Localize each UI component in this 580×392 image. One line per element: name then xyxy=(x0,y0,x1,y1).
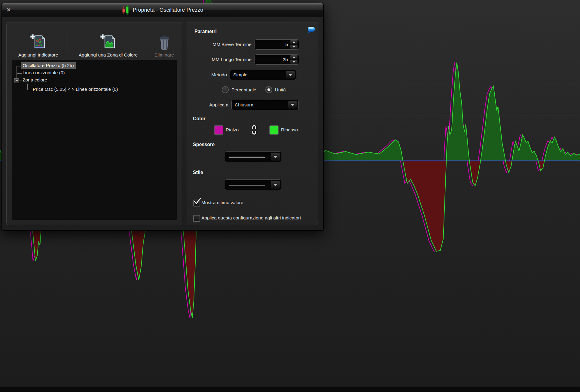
delete-label: Eliminare xyxy=(154,52,174,58)
help-bubble-icon[interactable] xyxy=(307,26,316,34)
delete-button[interactable]: Eliminare xyxy=(148,28,180,58)
radio-unita-label: Unità xyxy=(275,87,286,93)
checkbox-mostra-ultimo-valore[interactable] xyxy=(193,200,200,207)
toolbar-separator xyxy=(147,31,147,52)
ribasso-color-swatch[interactable] xyxy=(269,125,279,135)
chevron-down-icon xyxy=(291,104,295,106)
mostra-ultimo-valore-label: Mostra ultimo valore xyxy=(201,199,243,206)
tree-item-price-osc-rule[interactable]: Price Osc (5,25) < > Linea orizzontale (… xyxy=(31,86,120,93)
add-indicator-label: Aggiungi Indicatore xyxy=(18,52,58,58)
mm-long-spin-up[interactable] xyxy=(290,55,298,59)
tree-item-linea-orizzontale[interactable]: Linea orizzontale (0) xyxy=(21,69,66,76)
style-line-sample xyxy=(229,185,265,185)
trash-icon xyxy=(157,35,171,50)
indicator-tree: − Oscillatore Prezzo (5 25) Linea orizzo… xyxy=(12,60,177,220)
method-dropdown[interactable]: Simple xyxy=(230,70,296,80)
style-dropdown[interactable] xyxy=(225,179,281,190)
rialzo-color-swatch[interactable] xyxy=(214,125,223,135)
mm-long-spin-down[interactable] xyxy=(290,60,298,64)
chevron-down-icon xyxy=(273,156,277,158)
method-label: Metodo xyxy=(187,70,227,80)
mm-short-input[interactable]: 5 xyxy=(255,39,299,50)
mm-short-spin-down[interactable] xyxy=(290,45,298,49)
checkbox-applica-configurazione[interactable] xyxy=(193,215,200,222)
thickness-dropdown-arrow[interactable] xyxy=(270,153,280,161)
chevron-down-icon xyxy=(288,74,292,76)
mm-short-label: MM Breve Termine xyxy=(187,40,252,49)
color-section-title: Color xyxy=(193,116,206,121)
radio-unita[interactable] xyxy=(265,86,272,93)
candlestick-icon xyxy=(122,5,130,16)
tree-item-oscillatore[interactable]: Oscillatore Prezzo (5 25) xyxy=(21,62,76,69)
screen: { "window": { "title": "Proprietà - Osci… xyxy=(0,0,580,392)
apply-to-dropdown-arrow[interactable] xyxy=(288,101,298,109)
mm-long-label: MM Lungo Termine xyxy=(187,55,252,64)
thickness-section-title: Spessore xyxy=(193,142,215,147)
thickness-line-sample xyxy=(229,157,265,158)
toolbar-separator xyxy=(68,31,68,52)
style-dropdown-arrow[interactable] xyxy=(270,181,280,189)
parameters-panel: Parametri MM Breve Termine 5 MM Lungo Te… xyxy=(187,22,318,225)
indicator-list-panel: Aggiungi Indicatore Aggiungi una Zona di… xyxy=(6,22,182,225)
method-dropdown-arrow[interactable] xyxy=(285,71,295,79)
add-color-zone-button[interactable]: Aggiungi una Zona di Colore xyxy=(72,28,144,58)
mm-long-input[interactable]: 25 xyxy=(255,54,299,65)
applica-configurazione-label: Applica questa configurazione agli altri… xyxy=(201,214,301,221)
apply-to-value: Chiusura xyxy=(235,100,253,110)
dialog-title: Proprietà - Oscillatore Prezzo xyxy=(133,7,203,13)
apply-to-dropdown[interactable]: Chiusura xyxy=(231,100,299,110)
add-color-zone-label: Aggiungi una Zona di Colore xyxy=(79,52,138,58)
mm-short-value: 5 xyxy=(285,40,288,49)
tree-expander-minus[interactable]: − xyxy=(14,78,19,83)
tree-item-zona-colore[interactable]: Zona colore xyxy=(21,77,49,83)
tree-guide xyxy=(27,84,28,90)
chevron-down-icon xyxy=(273,184,277,186)
mm-long-value: 25 xyxy=(283,55,288,64)
add-indicator-icon xyxy=(30,33,46,50)
mm-short-spin-up[interactable] xyxy=(290,40,298,44)
link-colors-icon[interactable] xyxy=(251,125,257,135)
properties-dialog: × Proprietà - Oscillatore Prezzo xyxy=(2,3,324,231)
apply-to-label: Applica a xyxy=(187,100,228,110)
dialog-titlebar[interactable]: × Proprietà - Oscillatore Prezzo xyxy=(2,3,323,17)
radio-percentuale-label: Percentuale xyxy=(231,87,256,93)
add-indicator-button[interactable]: Aggiungi Indicatore xyxy=(10,28,67,58)
radio-percentuale[interactable] xyxy=(222,86,229,93)
rialzo-label: Rialzo xyxy=(226,127,239,133)
parameters-title: Parametri xyxy=(194,29,217,34)
thickness-dropdown[interactable] xyxy=(225,152,281,162)
style-section-title: Stile xyxy=(193,170,203,175)
ribasso-label: Ribasso xyxy=(281,127,298,133)
method-value: Simple xyxy=(233,70,247,80)
add-color-zone-icon xyxy=(100,33,116,50)
